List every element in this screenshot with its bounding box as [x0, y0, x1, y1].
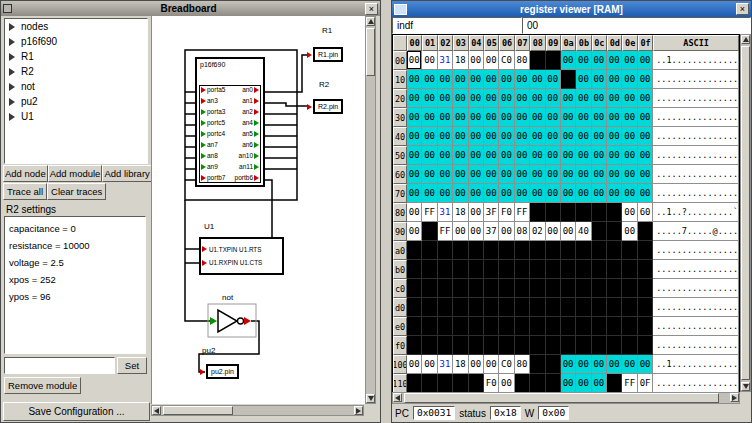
- reg-cell[interactable]: [546, 374, 561, 393]
- reg-cell[interactable]: [622, 260, 637, 279]
- reg-cell[interactable]: 00: [499, 89, 514, 108]
- reg-cell[interactable]: 00: [546, 108, 561, 127]
- reg-cell[interactable]: 00: [607, 184, 622, 203]
- attribute-entry[interactable]: [4, 357, 115, 374]
- reg-cell[interactable]: [592, 279, 607, 298]
- tree-item-pu2[interactable]: pu2: [5, 94, 147, 109]
- reg-cell[interactable]: 00: [546, 222, 561, 241]
- reg-cell[interactable]: [453, 241, 468, 260]
- reg-cell[interactable]: 00: [561, 184, 576, 203]
- reg-cell[interactable]: 0F: [638, 374, 653, 393]
- reg-cell[interactable]: 00: [622, 146, 637, 165]
- reg-cell[interactable]: [530, 336, 545, 355]
- reg-cell[interactable]: 00: [638, 70, 653, 89]
- reg-cell[interactable]: 00: [592, 374, 607, 393]
- expander-icon[interactable]: [9, 113, 15, 121]
- reg-cell[interactable]: 00: [592, 89, 607, 108]
- scrollbar-thumb[interactable]: [741, 46, 750, 380]
- reg-cell[interactable]: [499, 260, 514, 279]
- reg-cell[interactable]: C0: [499, 51, 514, 70]
- reg-cell[interactable]: 00: [484, 355, 499, 374]
- reg-cell[interactable]: 00: [592, 51, 607, 70]
- reg-cell[interactable]: 00: [546, 146, 561, 165]
- horizontal-scrollbar[interactable]: [151, 405, 364, 416]
- reg-cell[interactable]: [607, 317, 622, 336]
- reg-cell[interactable]: [484, 336, 499, 355]
- reg-cell[interactable]: [484, 279, 499, 298]
- reg-cell[interactable]: 00: [438, 108, 453, 127]
- status-value[interactable]: 0x00: [538, 406, 569, 420]
- reg-cell[interactable]: 00: [576, 51, 591, 70]
- reg-cell[interactable]: 00: [607, 127, 622, 146]
- reg-cell[interactable]: 00: [453, 70, 468, 89]
- reg-cell[interactable]: 00: [407, 146, 422, 165]
- reg-cell[interactable]: 00: [407, 89, 422, 108]
- reg-cell[interactable]: 00: [607, 146, 622, 165]
- reg-cell[interactable]: 00: [515, 184, 530, 203]
- reg-cell[interactable]: 00: [422, 146, 437, 165]
- reg-cell[interactable]: [561, 241, 576, 260]
- reg-cell[interactable]: 00: [546, 184, 561, 203]
- scrollbar-thumb[interactable]: [366, 28, 375, 76]
- reg-cell[interactable]: 00: [546, 89, 561, 108]
- save-configuration-button[interactable]: Save Configuration ...: [3, 402, 150, 421]
- reg-cell[interactable]: 31: [438, 355, 453, 374]
- reg-cell[interactable]: [499, 317, 514, 336]
- status-value[interactable]: 0x18: [490, 406, 521, 420]
- chip-pin-portb6[interactable]: portb6: [235, 175, 259, 182]
- reg-cell[interactable]: 00: [576, 70, 591, 89]
- reg-cell[interactable]: 00: [422, 89, 437, 108]
- chip-pin-porta5[interactable]: porta5: [201, 87, 225, 94]
- reg-cell[interactable]: [407, 241, 422, 260]
- reg-cell[interactable]: [561, 70, 576, 89]
- reg-cell[interactable]: 00: [638, 127, 653, 146]
- reg-cell[interactable]: 00: [515, 89, 530, 108]
- breadboard-canvas[interactable]: p16f690 porta5an3porta3portc5portc4an7an…: [151, 16, 365, 404]
- reg-cell[interactable]: 00: [453, 108, 468, 127]
- reg-cell[interactable]: 00: [438, 184, 453, 203]
- chip-pin-portc4[interactable]: portc4: [201, 131, 225, 138]
- reg-cell[interactable]: 00: [438, 127, 453, 146]
- reg-cell[interactable]: 00: [576, 146, 591, 165]
- add-library-button[interactable]: Add library: [102, 165, 151, 182]
- reg-cell[interactable]: [499, 241, 514, 260]
- reg-cell[interactable]: 00: [622, 355, 637, 374]
- reg-cell[interactable]: [592, 203, 607, 222]
- reg-cell[interactable]: 00: [484, 146, 499, 165]
- add-node-button[interactable]: Add node: [3, 165, 48, 182]
- expander-icon[interactable]: [9, 38, 15, 46]
- reg-cell[interactable]: [515, 260, 530, 279]
- expander-icon[interactable]: [9, 68, 15, 76]
- reg-cell[interactable]: 00: [407, 184, 422, 203]
- reg-cell[interactable]: 00: [546, 70, 561, 89]
- reg-cell[interactable]: 00: [469, 70, 484, 89]
- reg-cell[interactable]: [546, 51, 561, 70]
- reg-cell[interactable]: 00: [622, 222, 637, 241]
- reg-cell[interactable]: 00: [592, 146, 607, 165]
- reg-cell[interactable]: 00: [422, 184, 437, 203]
- reg-cell[interactable]: 00: [438, 70, 453, 89]
- reg-cell[interactable]: [530, 317, 545, 336]
- reg-cell[interactable]: 18: [453, 51, 468, 70]
- reg-cell[interactable]: FF: [622, 374, 637, 393]
- reg-cell[interactable]: 00: [499, 222, 514, 241]
- reg-cell[interactable]: [607, 279, 622, 298]
- reg-cell[interactable]: 00: [576, 184, 591, 203]
- tree-item-R1[interactable]: R1: [5, 49, 147, 64]
- scroll-right-icon[interactable]: [730, 393, 739, 402]
- reg-cell[interactable]: 00: [484, 108, 499, 127]
- reg-cell[interactable]: 00: [407, 222, 422, 241]
- reg-cell[interactable]: [499, 298, 514, 317]
- reg-cell[interactable]: [638, 279, 653, 298]
- reg-cell[interactable]: 00: [515, 146, 530, 165]
- reg-cell[interactable]: 00: [561, 355, 576, 374]
- reg-cell[interactable]: [453, 279, 468, 298]
- reg-cell[interactable]: 00: [469, 184, 484, 203]
- reg-cell[interactable]: [576, 241, 591, 260]
- pic-chip[interactable]: p16f690 porta5an3porta3portc5portc4an7an…: [195, 57, 265, 187]
- reg-cell[interactable]: 00: [638, 184, 653, 203]
- reg-cell[interactable]: [438, 298, 453, 317]
- reg-cell[interactable]: 00: [561, 89, 576, 108]
- reg-cell[interactable]: 00: [499, 127, 514, 146]
- reg-cell[interactable]: 00: [546, 165, 561, 184]
